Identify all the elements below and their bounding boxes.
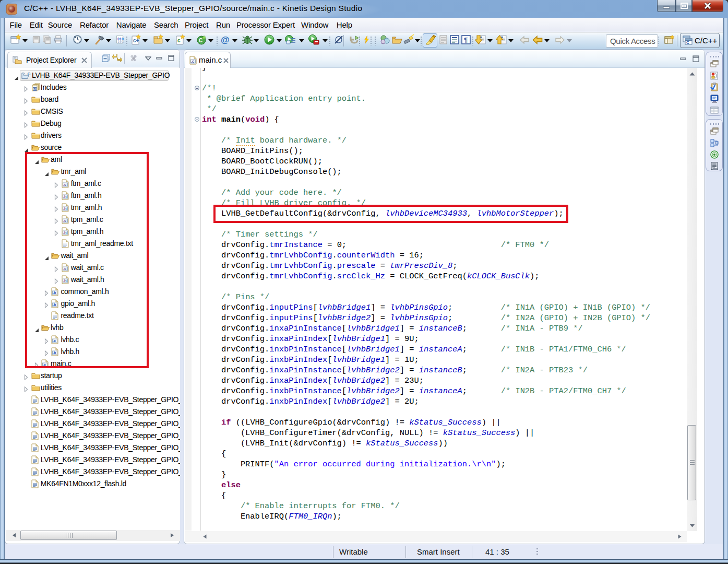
svg-text:C: C xyxy=(27,71,30,76)
svg-text:C: C xyxy=(199,38,202,43)
svg-text:C: C xyxy=(686,40,689,45)
svg-text:c+: c+ xyxy=(133,38,139,43)
svg-text:101: 101 xyxy=(117,40,124,44)
svg-text:.c: .c xyxy=(191,59,194,64)
svg-text:h: h xyxy=(34,87,36,90)
svg-text:@: @ xyxy=(221,35,230,45)
svg-text:¶: ¶ xyxy=(464,36,468,44)
svg-text:c: c xyxy=(177,38,181,43)
